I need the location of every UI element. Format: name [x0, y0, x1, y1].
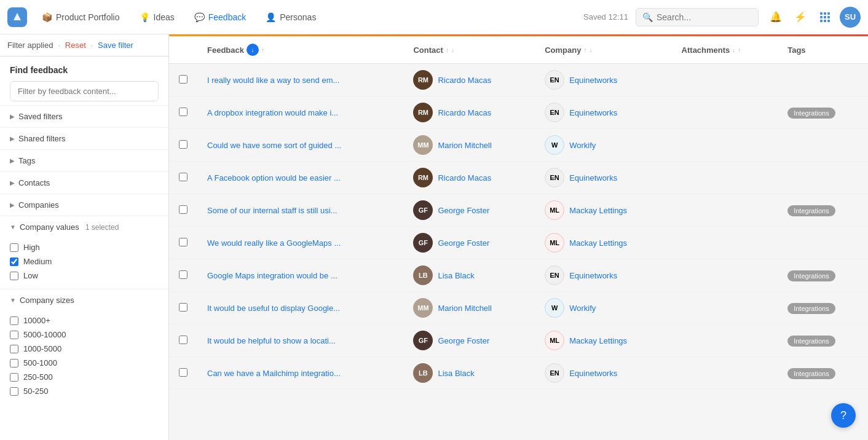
company-name[interactable]: Workify — [569, 304, 596, 313]
contact-name[interactable]: Marion Mitchell — [438, 141, 491, 150]
row-select-checkbox[interactable] — [179, 336, 187, 344]
contact-name[interactable]: Ricardo Macas — [438, 108, 491, 117]
value-medium-checkbox[interactable] — [10, 257, 18, 266]
feedback-link[interactable]: A Facebook option would be easier ... — [207, 173, 379, 183]
grid-button[interactable] — [815, 7, 835, 27]
nav-item-feedback[interactable]: 💬 Feedback — [186, 9, 254, 26]
company-sort-down[interactable]: ↓ — [589, 47, 592, 53]
row-select-checkbox[interactable] — [179, 303, 187, 312]
nav-item-product-portfolio[interactable]: 📦 Product Portfolio — [33, 9, 128, 26]
search-bar[interactable]: 🔍 — [636, 8, 759, 26]
contact-sort-down[interactable]: ↓ — [451, 47, 454, 53]
contact-name[interactable]: Ricardo Macas — [438, 76, 491, 85]
filter-save-button[interactable]: Save filter — [98, 41, 133, 50]
size-500-1000-option[interactable]: 500-1000 — [10, 356, 159, 370]
attachments-sort-up[interactable]: ↑ — [738, 47, 741, 53]
size-50-250-checkbox[interactable] — [10, 387, 18, 396]
attachments-sort-down[interactable]: ↓ — [732, 47, 735, 53]
row-select-checkbox[interactable] — [179, 238, 187, 246]
company-name[interactable]: Equinetworks — [569, 369, 617, 378]
value-medium-option[interactable]: Medium — [10, 254, 159, 269]
lightning-button[interactable]: ⚡ — [791, 7, 810, 27]
contacts-header[interactable]: ▶ Contacts — [0, 172, 168, 194]
contact-name[interactable]: Lisa Black — [438, 369, 474, 378]
app-logo[interactable] — [7, 7, 27, 27]
company-name[interactable]: Equinetworks — [569, 76, 617, 85]
company-values-header[interactable]: ▼ Company values 1 selected — [0, 216, 168, 238]
company-name[interactable]: Mackay Lettings — [569, 336, 627, 345]
row-select-checkbox[interactable] — [179, 75, 187, 84]
feedback-link[interactable]: A dropbox integration would make i... — [207, 108, 379, 117]
company-name[interactable]: Equinetworks — [569, 108, 617, 117]
feedback-cell: It would be helpful to show a locati... — [197, 324, 403, 357]
feedback-link[interactable]: Google Maps integration would be ... — [207, 271, 379, 280]
feedback-link[interactable]: Can we have a Mailchimp integratio... — [207, 369, 379, 378]
contact-name[interactable]: George Foster — [438, 206, 489, 215]
value-high-option[interactable]: High — [10, 240, 159, 254]
size-10000plus-checkbox[interactable] — [10, 316, 18, 325]
search-input[interactable] — [657, 12, 752, 22]
filter-reset-button[interactable]: Reset — [65, 41, 86, 50]
feedback-link[interactable]: Could we have some sort of guided ... — [207, 141, 379, 150]
feedback-link[interactable]: I really would like a way to send em... — [207, 76, 379, 85]
nav-item-ideas[interactable]: 💡 Ideas — [131, 9, 183, 26]
row-checkbox-cell — [169, 292, 197, 324]
company-name[interactable]: Mackay Lettings — [569, 206, 627, 215]
contact-name[interactable]: Ricardo Macas — [438, 173, 491, 183]
value-high-checkbox[interactable] — [10, 243, 18, 252]
row-checkbox-cell — [169, 227, 197, 259]
feedback-content-search[interactable] — [10, 81, 159, 101]
row-select-checkbox[interactable] — [179, 173, 187, 181]
size-500-1000-checkbox[interactable] — [10, 359, 18, 367]
contact-sort-up[interactable]: ↑ — [446, 47, 449, 53]
row-select-checkbox[interactable] — [179, 108, 187, 116]
feedback-link[interactable]: It would be useful to display Google... — [207, 304, 379, 313]
feedback-link[interactable]: We would really like a GoogleMaps ... — [207, 238, 379, 248]
company-name[interactable]: Mackay Lettings — [569, 238, 627, 248]
company-sort-up[interactable]: ↑ — [583, 47, 586, 53]
size-1000-5000-checkbox[interactable] — [10, 345, 18, 353]
contact-name[interactable]: George Foster — [438, 238, 489, 248]
company-sizes-header[interactable]: ▼ Company sizes — [0, 289, 168, 311]
size-10000plus-option[interactable]: 10000+ — [10, 313, 159, 328]
help-button[interactable]: ? — [831, 403, 856, 428]
row-select-checkbox[interactable] — [179, 205, 187, 214]
size-5000-10000-checkbox[interactable] — [10, 331, 18, 339]
tag-badge: Integrations — [787, 205, 835, 216]
saved-filters-header[interactable]: ▶ Saved filters — [0, 106, 168, 127]
companies-header[interactable]: ▶ Companies — [0, 194, 168, 216]
tags-header[interactable]: ▶ Tags — [0, 150, 168, 171]
feedback-cell: I really would like a way to send em... — [197, 64, 403, 96]
nav-item-personas[interactable]: 👤 Personas — [257, 9, 325, 26]
row-select-checkbox[interactable] — [179, 270, 187, 279]
tags-cell — [778, 162, 868, 194]
feedback-sort-down[interactable]: ↓ — [247, 44, 259, 56]
notifications-button[interactable]: 🔔 — [766, 7, 786, 27]
contact-name[interactable]: Marion Mitchell — [438, 304, 491, 313]
value-low-option[interactable]: Low — [10, 269, 159, 283]
company-name[interactable]: Workify — [569, 141, 596, 150]
shared-filters-header[interactable]: ▶ Shared filters — [0, 128, 168, 149]
feedback-link[interactable]: It would be helpful to show a locati... — [207, 336, 379, 345]
size-1000-5000-option[interactable]: 1000-5000 — [10, 342, 159, 356]
value-low-checkbox[interactable] — [10, 272, 18, 280]
size-5000-10000-option[interactable]: 5000-10000 — [10, 328, 159, 342]
row-select-checkbox[interactable] — [179, 140, 187, 149]
feedback-col-label: Feedback — [207, 45, 244, 55]
nav-personas-label: Personas — [280, 12, 316, 22]
company-name[interactable]: Equinetworks — [569, 271, 617, 280]
feedback-sort-up[interactable]: ↑ — [261, 47, 264, 53]
user-avatar[interactable]: SU — [840, 7, 861, 28]
size-250-500-checkbox[interactable] — [10, 373, 18, 382]
contact-name[interactable]: Lisa Black — [438, 271, 474, 280]
size-50-250-option[interactable]: 50-250 — [10, 384, 159, 398]
tags-cell: Integrations — [778, 194, 868, 227]
nav-feedback-label: Feedback — [208, 12, 246, 22]
contact-name[interactable]: George Foster — [438, 336, 489, 345]
row-select-checkbox[interactable] — [179, 368, 187, 377]
feedback-link[interactable]: Some of our internal staff is still usi.… — [207, 206, 379, 215]
header-checkbox-col — [169, 36, 197, 64]
header-row: Feedback ↓ ↑ Contact ↑ ↓ — [169, 36, 868, 64]
size-250-500-option[interactable]: 250-500 — [10, 370, 159, 384]
company-name[interactable]: Equinetworks — [569, 173, 617, 183]
